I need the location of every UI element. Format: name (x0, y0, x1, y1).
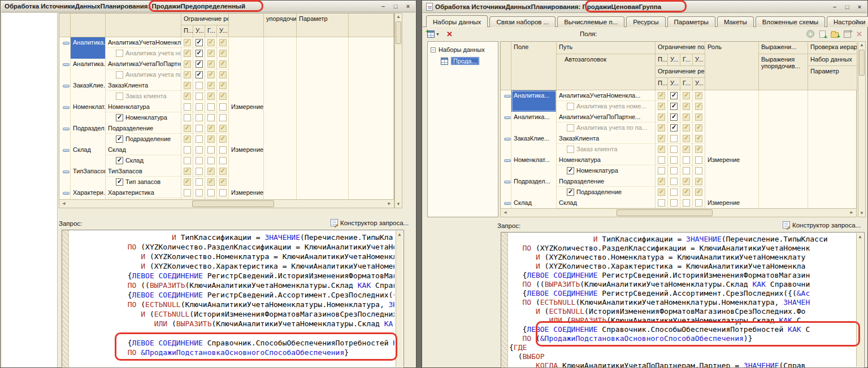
order-expr-cell[interactable] (264, 166, 297, 187)
role-cell[interactable] (229, 80, 264, 102)
col-header-dataset[interactable]: Набор данных (808, 54, 857, 66)
checkbox[interactable] (670, 135, 678, 142)
scroll-up-icon[interactable]: ▲ (395, 14, 402, 20)
checkbox[interactable] (683, 189, 690, 196)
checkbox[interactable] (207, 103, 215, 111)
limit-checkbox-cell[interactable] (668, 165, 680, 176)
order-expr-cell[interactable] (264, 123, 297, 144)
checkbox[interactable] (219, 189, 227, 196)
checkbox[interactable] (683, 178, 690, 185)
path-title-cell[interactable]: Склад (106, 155, 181, 166)
limit-checkbox-cell[interactable] (193, 187, 205, 198)
row-handle-cell[interactable] (501, 176, 511, 198)
limit-checkbox-cell[interactable] (656, 133, 668, 144)
query-text[interactable]: И ТипКлассификации = ЗНАЧЕНИЕ(Перечислен… (70, 233, 394, 367)
maximize-button[interactable]: □ (392, 3, 400, 10)
checkbox[interactable] (219, 146, 227, 154)
add-folder-icon[interactable] (831, 32, 839, 38)
field-cell[interactable]: Аналитика... (511, 112, 557, 133)
drag-handle-icon[interactable] (504, 159, 511, 162)
limit-checkbox-cell[interactable] (205, 123, 217, 134)
tab-1[interactable]: Наборы данных (426, 15, 488, 27)
param-cell[interactable] (808, 198, 856, 209)
checkbox[interactable] (184, 39, 191, 46)
limit-checkbox-cell[interactable] (656, 90, 668, 101)
title-checkbox[interactable] (116, 50, 123, 57)
checkbox[interactable] (184, 93, 191, 100)
checkbox[interactable] (670, 167, 678, 174)
row-handle-cell[interactable] (59, 80, 71, 102)
drag-handle-icon[interactable] (63, 170, 70, 173)
limit-checkbox-cell[interactable] (656, 198, 668, 208)
row-handle-cell[interactable] (59, 59, 71, 80)
path-cell[interactable]: Номенклатура (106, 102, 181, 112)
checkbox[interactable] (196, 71, 203, 78)
limit-checkbox-cell[interactable] (181, 102, 193, 112)
role-cell[interactable]: Измерение (705, 198, 759, 209)
limit-checkbox-cell[interactable] (693, 133, 705, 144)
tab-6[interactable]: Макеты (717, 16, 754, 27)
checkbox[interactable] (184, 114, 191, 121)
title-checkbox[interactable] (116, 93, 123, 100)
limit-checkbox-cell[interactable] (181, 37, 193, 48)
limit-checkbox-cell[interactable] (193, 123, 205, 134)
limit-checkbox-cell[interactable] (217, 102, 229, 112)
checkbox[interactable] (207, 50, 215, 57)
title-checkbox[interactable] (567, 189, 574, 196)
col-header-param[interactable]: Параметр (808, 66, 857, 90)
drag-handle-icon[interactable] (63, 149, 70, 152)
path-cell[interactable]: Характеристика (106, 187, 181, 198)
titlebar[interactable]: Обработка ИсточникиДанныхПланирования: П… (1, 1, 415, 12)
close-button[interactable]: × (404, 3, 412, 10)
field-cell[interactable]: ЗаказКлие... (71, 80, 106, 102)
limit-checkbox-cell[interactable] (205, 134, 217, 144)
order-expr-cell[interactable] (264, 187, 297, 200)
path-title-cell[interactable]: Заказ клиента (106, 91, 181, 102)
param-cell[interactable] (297, 59, 349, 80)
checkbox[interactable] (219, 103, 227, 111)
checkbox[interactable] (196, 114, 203, 121)
limit-checkbox-cell[interactable] (217, 59, 229, 69)
checkbox[interactable] (207, 93, 215, 100)
param-cell[interactable] (808, 112, 856, 133)
checkbox[interactable] (695, 199, 702, 207)
limit-checkbox-cell[interactable] (205, 144, 217, 155)
maximize-button[interactable]: □ (843, 3, 851, 10)
col-header-record-limit[interactable]: Ограничение рек... (656, 66, 705, 78)
param-cell[interactable] (808, 176, 856, 198)
limit-checkbox-cell[interactable] (193, 112, 205, 123)
path-title-cell[interactable]: Номенклатура (557, 165, 656, 176)
limit-checkbox-cell[interactable] (205, 102, 217, 112)
role-cell[interactable]: Измерение (229, 187, 264, 200)
path-title-cell[interactable]: Аналитика учета по па... (557, 122, 656, 133)
title-checkbox[interactable] (567, 167, 574, 174)
limit-checkbox-cell[interactable] (217, 91, 229, 102)
limit-checkbox-cell[interactable] (205, 112, 217, 123)
row-handle-cell[interactable] (501, 198, 511, 209)
limit-checkbox-cell[interactable] (217, 48, 229, 59)
checkbox[interactable] (658, 199, 665, 207)
order-expr-cell[interactable] (759, 112, 808, 133)
limit-checkbox-cell[interactable] (193, 48, 205, 59)
col-header-field-limit[interactable]: Ограничение поля (656, 42, 705, 54)
path-title-cell[interactable]: Номенклатура (106, 112, 181, 123)
param-cell[interactable] (808, 90, 856, 112)
limit-checkbox-cell[interactable] (193, 102, 205, 112)
limit-checkbox-cell[interactable] (680, 155, 693, 165)
drag-handle-icon[interactable] (504, 181, 511, 183)
limit-checkbox-cell[interactable] (693, 198, 705, 208)
field-cell[interactable]: Аналитика... (71, 37, 106, 59)
checkbox[interactable] (196, 93, 203, 100)
checkbox[interactable] (683, 156, 690, 164)
order-expr-cell[interactable] (264, 80, 297, 102)
checkbox[interactable] (219, 125, 227, 132)
path-cell[interactable]: АналитикаУчетаПоПартне... (106, 59, 181, 69)
param-cell[interactable] (297, 166, 349, 187)
field-cell[interactable]: Подраздел... (511, 176, 557, 198)
limit-checkbox-cell[interactable] (181, 59, 193, 69)
delete-field-icon[interactable]: ✕ (856, 30, 862, 38)
checkbox[interactable] (658, 189, 665, 196)
checkbox[interactable] (695, 178, 702, 185)
scroll-up-icon[interactable]: ▲ (858, 42, 865, 49)
limit-checkbox-cell[interactable] (693, 144, 705, 155)
